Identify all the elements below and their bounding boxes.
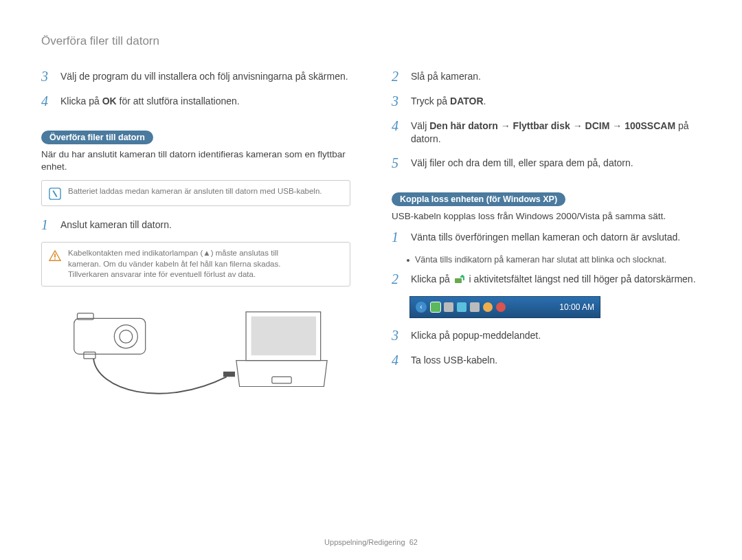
text-pre: Klicka på — [60, 96, 102, 107]
section-intro: USB-kabeln kopplas loss från Windows 200… — [392, 210, 701, 223]
tray-icon[interactable] — [457, 302, 466, 312]
step-number: 3 — [41, 69, 54, 84]
step-number: 5 — [392, 155, 404, 170]
tray-icon[interactable] — [470, 302, 480, 312]
svg-rect-14 — [251, 316, 316, 355]
footer-section: Uppspelning/Redigering — [324, 538, 405, 546]
tray-expand-arrow-icon[interactable]: ‹ — [416, 302, 427, 313]
step-2-click-tray: 2 Klicka på i aktivitetsfältet längst ne… — [392, 271, 701, 287]
step-number: 2 — [392, 69, 404, 84]
step-2: 2 Slå på kameran. — [392, 69, 701, 84]
text-post: för att slutföra installationen. — [117, 96, 240, 107]
step-number: 4 — [392, 352, 404, 368]
step-text: Välj Den här datorn → Flyttbar disk → DC… — [411, 118, 701, 146]
svg-point-17 — [461, 275, 464, 278]
step-text: Vänta tills överföringen mellan kameran … — [411, 229, 680, 244]
warn-line: kameran. Om du vänder kabeln åt fel håll… — [68, 260, 280, 268]
svg-point-8 — [120, 330, 133, 343]
warning-text: Kabelkontakten med indikatorlampan (▲) m… — [68, 248, 280, 280]
section-pill-disconnect: Koppla loss enheten (för Windows XP) — [392, 192, 565, 206]
step-text: Anslut kameran till datorn. — [60, 217, 172, 232]
section-intro: När du har anslutit kameran till datorn … — [41, 148, 350, 173]
step-3: 3 Välj de program du vill installera och… — [41, 69, 350, 84]
page-title: Överföra filer till datorn — [41, 34, 701, 48]
step-number: 1 — [41, 217, 54, 232]
page-footer: Uppspelning/Redigering 62 — [0, 538, 742, 546]
svg-rect-6 — [74, 318, 146, 354]
step-text: Klicka på popup-meddelandet. — [411, 328, 541, 342]
warn-line: Tillverkaren ansvarar inte för eventuell… — [68, 270, 256, 278]
text-pre: Välj — [411, 120, 429, 131]
svg-point-7 — [114, 325, 137, 348]
step-4: 4 Klicka på OK för att slutföra installa… — [41, 93, 350, 109]
step-4: 4 Välj Den här datorn → Flyttbar disk → … — [392, 118, 701, 146]
tray-icon[interactable] — [444, 302, 453, 312]
step-5: 5 Välj filer och dra dem till, eller spa… — [392, 155, 701, 170]
section-pill-transfer: Överföra filer till datorn — [41, 131, 153, 144]
text-post: . — [484, 96, 486, 107]
text-bold: Den här datorn → Flyttbar disk → DCIM → … — [429, 120, 675, 131]
tray-icon[interactable] — [496, 302, 506, 312]
warning-icon — [49, 249, 61, 262]
svg-rect-16 — [455, 278, 462, 283]
bullet-text: Vänta tills indikatorn på kameran har sl… — [415, 254, 666, 266]
text-bold: OK — [102, 96, 117, 107]
step-number: 1 — [392, 229, 404, 245]
sub-bullet: Vänta tills indikatorn på kameran har sl… — [407, 254, 701, 266]
step-number: 4 — [41, 93, 54, 109]
svg-marker-13 — [236, 361, 327, 387]
text-bold: DATOR — [450, 96, 483, 107]
step-text: Tryck på DATOR. — [411, 93, 486, 108]
step-1-connect: 1 Anslut kameran till datorn. — [41, 217, 350, 232]
step-number: 2 — [392, 271, 404, 287]
text-pre: Klicka på — [411, 273, 453, 284]
step-number: 4 — [392, 118, 404, 133]
windows-systray[interactable]: ‹ 10:00 AM — [409, 296, 600, 318]
right-column: 2 Slå på kameran. 3 Tryck på DATOR. 4 Vä… — [392, 69, 701, 416]
step-text: Välj filer och dra dem till, eller spara… — [411, 155, 633, 170]
safely-remove-tray-icon[interactable] — [431, 302, 440, 312]
left-column: 3 Välj de program du vill installera och… — [41, 69, 350, 416]
svg-point-5 — [54, 258, 56, 260]
info-note: Batteriet laddas medan kameran är anslut… — [41, 180, 350, 206]
safely-remove-icon — [454, 274, 465, 285]
svg-rect-11 — [223, 372, 235, 377]
info-text: Batteriet laddas medan kameran är anslut… — [68, 186, 322, 197]
camera-laptop-illustration — [55, 299, 333, 416]
step-text: Ta loss USB-kabeln. — [411, 352, 497, 367]
text-pre: Tryck på — [411, 96, 450, 107]
step-1-wait: 1 Vänta tills överföringen mellan kamera… — [392, 229, 701, 245]
step-number: 3 — [392, 93, 404, 109]
content-columns: 3 Välj de program du vill installera och… — [41, 69, 701, 416]
warning-note: Kabelkontakten med indikatorlampan (▲) m… — [41, 242, 350, 287]
bullet-dot — [407, 259, 409, 262]
volume-icon[interactable] — [483, 302, 493, 312]
svg-rect-10 — [84, 352, 95, 358]
step-text: Klicka på OK för att slutföra installati… — [60, 93, 240, 108]
svg-rect-15 — [272, 377, 291, 383]
step-3-popup: 3 Klicka på popup-meddelandet. — [392, 328, 701, 343]
step-text: Välj de program du vill installera och f… — [60, 69, 348, 83]
warn-line: Kabelkontakten med indikatorlampan (▲) m… — [68, 249, 278, 257]
step-number: 3 — [392, 328, 404, 343]
step-4-unplug: 4 Ta loss USB-kabeln. — [392, 352, 701, 368]
step-text: Slå på kameran. — [411, 69, 481, 83]
step-3: 3 Tryck på DATOR. — [392, 93, 701, 109]
tray-icons-group — [431, 302, 506, 312]
footer-page-number: 62 — [409, 538, 418, 546]
text-post: i aktivitetsfältet längst ned till höger… — [469, 273, 696, 284]
info-icon — [49, 188, 61, 200]
systray-clock[interactable]: 10:00 AM — [559, 302, 594, 312]
step-text: Klicka på i aktivitetsfältet längst ned … — [411, 271, 696, 286]
